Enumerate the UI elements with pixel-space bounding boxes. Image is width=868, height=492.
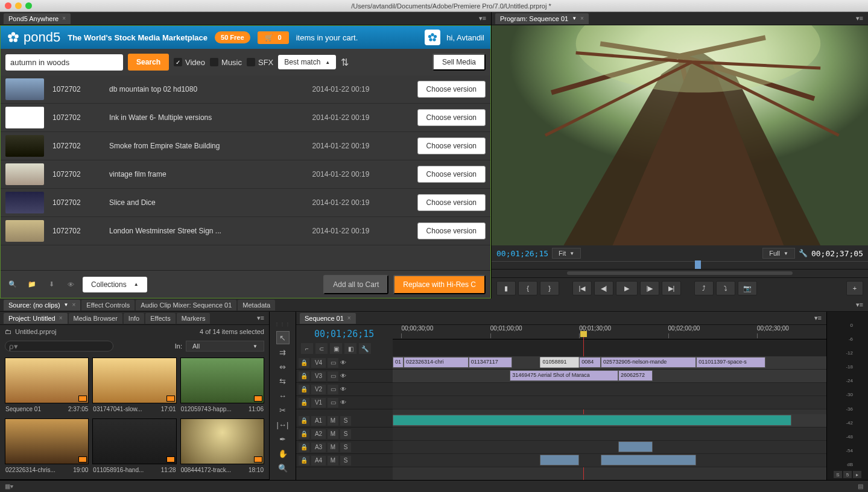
result-row[interactable]: 1072702 db mountain top 02 hd1080 2014-0… xyxy=(1,75,490,104)
user-avatar[interactable] xyxy=(425,30,440,45)
mute-button[interactable]: M xyxy=(328,456,338,465)
solo-button[interactable]: S xyxy=(834,471,842,478)
eye-icon[interactable]: 👁 xyxy=(340,386,350,393)
close-window-button[interactable] xyxy=(5,2,11,9)
in-button[interactable]: { xyxy=(518,281,537,295)
goto-in-button[interactable]: |◀ xyxy=(572,281,592,295)
minimize-window-button[interactable] xyxy=(15,2,22,9)
meter-expand-icon[interactable]: ▸ xyxy=(853,471,861,478)
filter-video[interactable]: Video xyxy=(174,58,205,67)
bin-item[interactable]: 012059743-happ...11:06 xyxy=(180,358,264,415)
tab-markers[interactable]: Markers xyxy=(177,313,211,324)
lock-icon[interactable]: 🔒 xyxy=(299,456,309,465)
lock-icon[interactable]: 🔒 xyxy=(299,429,309,439)
panel-menu-icon[interactable]: ▾≡ xyxy=(856,301,863,309)
eye-icon[interactable]: 👁 xyxy=(63,277,78,292)
track-header[interactable]: 🔒A2MS xyxy=(296,427,393,441)
track-header[interactable]: 🔒V3▭👁 xyxy=(296,370,393,383)
program-ruler[interactable] xyxy=(492,261,868,270)
tab-audio-mixer[interactable]: Audio Clip Mixer: Sequence 01 xyxy=(136,300,236,311)
close-icon[interactable]: × xyxy=(59,315,63,321)
snap-icon[interactable]: ⌐ xyxy=(301,343,313,354)
panel-menu-icon[interactable]: ▾≡ xyxy=(856,14,863,22)
solo-button[interactable]: S xyxy=(340,416,351,426)
track-header[interactable]: 🔒A4MS xyxy=(296,454,393,467)
tab-effect-controls[interactable]: Effect Controls xyxy=(81,300,135,311)
fit-dropdown[interactable]: Fit▼ xyxy=(552,248,581,259)
collections-dropdown[interactable]: Collections▲ xyxy=(83,277,147,292)
lock-icon[interactable]: 🔒 xyxy=(299,443,309,452)
user-greeting[interactable]: hi, Avtandil xyxy=(446,33,484,42)
choose-version-button[interactable]: Choose version xyxy=(417,194,486,211)
search-detail-icon[interactable]: 🔍 xyxy=(5,277,20,292)
toggle-output[interactable]: ▭ xyxy=(328,358,338,368)
bin-item[interactable]: 008444172-track...18:10 xyxy=(180,418,264,476)
folder-icon[interactable]: 📁 xyxy=(25,277,39,292)
timeline-clip[interactable]: 011011397-space-s xyxy=(696,357,765,368)
bin-item[interactable]: 031747041-slow...17:01 xyxy=(92,358,176,415)
close-icon[interactable]: × xyxy=(580,15,584,22)
search-button[interactable]: Search xyxy=(128,54,169,71)
replace-hires-button[interactable]: Replace with Hi-Res C xyxy=(393,275,486,294)
solo-button[interactable]: S xyxy=(340,443,351,452)
cart-button[interactable]: 🛒 0 xyxy=(258,31,289,44)
solo-button[interactable]: S xyxy=(340,456,351,465)
chevron-down-icon[interactable]: ▼ xyxy=(64,302,69,308)
track-body[interactable] xyxy=(393,454,826,467)
program-scrub[interactable] xyxy=(492,270,868,278)
tab-project[interactable]: Project: Untitled× xyxy=(4,313,68,324)
out-button[interactable]: } xyxy=(540,281,559,295)
track-header[interactable]: 🔒V1▭👁 xyxy=(296,396,393,409)
track-body[interactable] xyxy=(393,427,826,441)
bin-item[interactable]: Sequence 012:37:05 xyxy=(5,358,89,415)
lock-icon[interactable]: 🔒 xyxy=(299,416,309,426)
play-button[interactable]: ▶ xyxy=(616,281,638,295)
panel-menu-icon[interactable]: ▾≡ xyxy=(814,314,822,322)
choose-version-button[interactable]: Choose version xyxy=(417,166,486,183)
search-input[interactable] xyxy=(5,54,123,71)
lock-icon[interactable]: 🔒 xyxy=(299,371,309,381)
add-all-to-cart-button[interactable]: Add all to Cart xyxy=(323,275,388,294)
project-bins[interactable]: Sequence 012:37:05 031747041-slow...17:0… xyxy=(0,354,269,479)
extract-button[interactable]: ⤵ xyxy=(716,281,735,295)
choose-version-button[interactable]: Choose version xyxy=(417,109,486,126)
wrench-icon[interactable]: 🔧 xyxy=(799,249,808,257)
track-body[interactable] xyxy=(393,383,826,396)
lock-icon[interactable]: 🔒 xyxy=(299,358,309,368)
timeline-clip[interactable]: 31469475 Aerial Shot of Maraca xyxy=(510,370,618,381)
track-header[interactable]: 🔒V4▭👁 xyxy=(296,356,393,370)
timeline-clip[interactable]: 01 xyxy=(393,357,404,368)
tab-metadata[interactable]: Metadata xyxy=(238,300,275,311)
in-dropdown[interactable]: All▼ xyxy=(186,341,264,352)
step-back-button[interactable]: ◀| xyxy=(594,281,613,295)
marker-button[interactable]: ▮ xyxy=(496,281,516,295)
hand-tool[interactable]: ✋ xyxy=(276,447,290,460)
track-header[interactable]: 🔒A1MS xyxy=(296,414,393,427)
track-header[interactable]: 🔒A3MS xyxy=(296,441,393,454)
lock-icon[interactable]: 🔒 xyxy=(299,398,309,408)
result-row[interactable]: 1072702 Ink in Water 6- Multiple version… xyxy=(1,104,490,132)
bin-item[interactable]: 011058916-hand...11:28 xyxy=(92,418,176,476)
tab-media-browser[interactable]: Media Browser xyxy=(69,313,122,324)
track-body[interactable] xyxy=(393,441,826,454)
rolling-tool[interactable]: ⇆ xyxy=(276,374,290,388)
timeline-ruler[interactable]: 00;00;30;0000;01;00;0000;01;30;0000;02;0… xyxy=(393,325,826,339)
workspace-icon[interactable]: ▦▾ xyxy=(5,483,13,490)
add-button[interactable]: + xyxy=(846,281,863,295)
selection-tool[interactable]: ↖ xyxy=(276,331,290,344)
close-icon[interactable]: × xyxy=(72,301,76,308)
zoom-window-button[interactable] xyxy=(25,2,32,9)
result-row[interactable]: 1072702 London Westminster Street Sign .… xyxy=(1,217,490,245)
track-body[interactable]: 31469475 Aerial Shot of Maraca26062572 xyxy=(393,370,826,383)
marker-icon[interactable]: ▣ xyxy=(330,343,342,354)
timeline-clip[interactable] xyxy=(540,455,579,465)
toggle-output[interactable]: ▭ xyxy=(328,385,338,394)
results-list[interactable]: 1072702 db mountain top 02 hd1080 2014-0… xyxy=(1,75,490,270)
zoom-dropdown[interactable]: Full▼ xyxy=(762,248,795,259)
solo-button[interactable]: S xyxy=(340,429,351,439)
link-icon[interactable]: ⊂ xyxy=(315,343,328,354)
result-row[interactable]: 1072702 Smoke from Empire State Building… xyxy=(1,132,490,160)
track-body[interactable]: 01022326314-chri011347117010588910084025… xyxy=(393,356,826,370)
timeline-clip[interactable]: 022326314-chri xyxy=(404,357,469,368)
sort-dropdown[interactable]: Best match▲ xyxy=(278,55,336,69)
